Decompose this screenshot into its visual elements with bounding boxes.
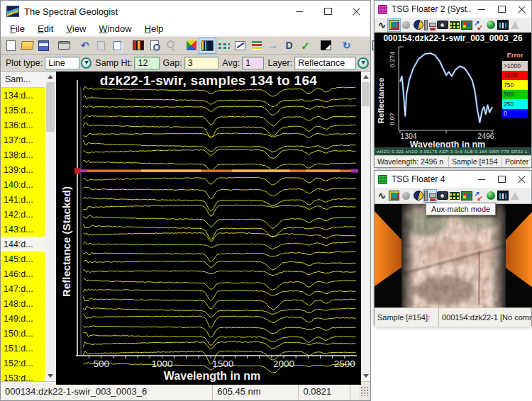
sample-list-item[interactable]: 139:d... [1,162,45,177]
spectra-plot[interactable]: dzk22-1-swir, samples 134 to 164 Reflect… [56,72,361,385]
spectra-plot-canvas[interactable] [56,72,361,385]
scroll-down-icon[interactable] [45,371,56,381]
arrows-icon[interactable] [472,19,484,31]
letter-d-icon[interactable] [281,38,297,53]
sample-list-item[interactable]: 151:d... [1,341,45,356]
plot-type-dropdown-icon[interactable] [81,57,92,69]
menu-view[interactable]: View [60,23,92,34]
camera-icon[interactable] [436,190,448,202]
sample-list-item[interactable]: 148:d... [1,296,45,311]
plot-y-axis-label: Reflectance (Stacked) [60,186,72,297]
contrast-icon[interactable] [318,38,334,53]
sample-list-header[interactable]: Sam... [1,72,45,88]
menu-file[interactable]: File [4,23,31,34]
samp-ht-field[interactable]: 12 [134,57,159,69]
paste-icon[interactable] [93,38,109,53]
pyramid-icon[interactable] [509,19,521,31]
palette-icon[interactable] [460,19,472,31]
moon-icon[interactable] [412,190,424,202]
print-icon[interactable] [56,38,72,53]
sample-list-item[interactable]: 143:d... [1,222,45,237]
sample-list-item[interactable]: 134:d... [1,88,45,103]
scrollbar-thumb[interactable] [362,82,369,106]
moon-icon[interactable] [412,19,424,31]
scrollbar-thumb[interactable] [46,82,55,132]
close-button[interactable] [511,171,531,188]
grid-icon[interactable] [448,190,460,202]
sample-list-item[interactable]: 152:d... [1,356,45,371]
sample-list-item[interactable]: 147:d... [1,281,45,296]
plot-x-axis-label: Wavelength in nm [77,370,347,383]
balance-icon[interactable] [388,190,400,202]
maximize-button[interactable] [314,1,342,22]
sample-list-scrollbar[interactable] [45,72,56,381]
check-icon[interactable] [297,38,314,53]
pyramid-icon[interactable] [509,190,521,202]
scroll-up-icon[interactable] [361,72,370,82]
maximize-button[interactable] [492,1,511,18]
maximize-button[interactable] [492,171,511,188]
floater2-plot[interactable]: 000154:dzk22-1-swir_003_0003_26 Reflecta… [375,33,531,155]
sample-list-item[interactable]: 149:d... [1,311,45,326]
circle-icon[interactable] [400,19,412,31]
sample-list-item[interactable]: 146:d... [1,266,45,281]
circle-icon[interactable] [400,190,412,202]
sample-list-item[interactable]: 136:d... [1,118,45,132]
sample-list-item[interactable]: 135:d... [1,103,45,118]
refresh-icon[interactable] [338,38,355,53]
menu-help[interactable]: Help [138,23,170,34]
wave-icon[interactable] [376,190,388,202]
dashes-icon[interactable] [216,38,232,53]
pinwheel-icon[interactable] [183,38,199,53]
plot-type-field[interactable]: Line [45,57,79,69]
sample-list-item[interactable]: 144:d... [1,237,45,252]
plot-scrollbar[interactable] [361,72,370,381]
gap-field[interactable]: 3 [184,57,219,69]
arrow-right-icon[interactable] [265,38,281,53]
camera-icon[interactable] [436,19,448,31]
core-image-panel[interactable]: Aux-match mode [375,204,531,307]
copy-icon[interactable] [109,38,126,53]
aux-match-icon[interactable] [424,19,436,31]
palette-icon[interactable] [460,190,472,202]
chart-icon[interactable] [497,190,509,202]
layer-field[interactable]: Reflectance [294,57,356,69]
spectra-view-icon[interactable] [199,38,216,53]
histogram-icon[interactable] [130,38,146,53]
aux-match-icon[interactable] [424,190,436,202]
new-icon[interactable] [3,38,19,53]
layers-icon[interactable] [248,38,265,53]
undo-icon[interactable] [77,38,93,53]
sphere-icon[interactable] [484,19,497,31]
minimize-button[interactable] [472,1,492,18]
sample-list-item[interactable]: 145:d... [1,252,45,266]
layer-dropdown-icon[interactable] [358,57,369,69]
balance-icon[interactable] [388,19,400,31]
chart-icon[interactable] [497,19,509,31]
wave-icon[interactable] [376,19,388,31]
sample-list-item[interactable]: 140:d... [1,177,45,192]
sphere-icon[interactable] [484,190,497,202]
sample-list-item[interactable]: 137:d... [1,132,45,147]
annotate-icon[interactable] [232,38,248,53]
menu-edit[interactable]: Edit [31,23,60,34]
find-page-icon[interactable] [146,38,162,53]
scroll-down-icon[interactable] [361,371,370,381]
sample-list-item[interactable]: 142:d... [1,207,45,222]
sample-list-item[interactable]: 138:d... [1,147,45,162]
menu-window[interactable]: Window [92,23,138,34]
sample-list-item[interactable]: 141:d... [1,192,45,207]
minimize-button[interactable] [472,171,492,188]
resize-grip-icon[interactable] [360,386,369,396]
close-button[interactable] [511,1,531,18]
arrows-icon[interactable] [472,190,484,202]
open-icon[interactable] [19,38,35,53]
zoom-icon[interactable] [162,38,179,53]
grid-icon[interactable] [448,19,460,31]
avg-field[interactable]: 1 [242,57,264,69]
minimize-button[interactable] [285,1,314,22]
scroll-up-icon[interactable] [45,72,56,82]
save-icon[interactable] [35,38,52,53]
close-button[interactable] [342,1,370,22]
sample-list-item[interactable]: 150:d... [1,326,45,341]
